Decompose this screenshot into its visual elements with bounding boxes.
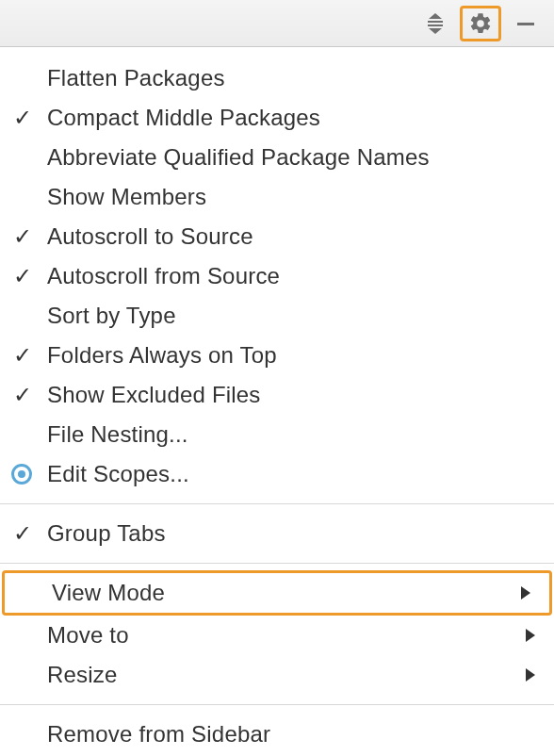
- gear-icon: [468, 11, 493, 36]
- menu-item-compact-middle-packages[interactable]: ✓ Compact Middle Packages: [0, 98, 554, 138]
- menu-item-label: Show Excluded Files: [47, 382, 537, 408]
- svg-marker-0: [429, 13, 442, 19]
- menu-item-label: Sort by Type: [47, 303, 537, 329]
- check-icon: ✓: [13, 263, 47, 289]
- radio-icon: [13, 464, 47, 485]
- menu-item-show-members[interactable]: Show Members: [0, 177, 554, 217]
- menu-item-label: File Nesting...: [47, 421, 537, 448]
- menu-item-resize[interactable]: Resize: [0, 655, 554, 695]
- menu-item-label: Resize: [47, 662, 514, 688]
- svg-marker-7: [526, 668, 535, 682]
- menu-item-show-excluded-files[interactable]: ✓ Show Excluded Files: [0, 375, 554, 415]
- minimize-icon: [514, 12, 537, 35]
- menu-item-abbreviate-qualified-package-names[interactable]: Abbreviate Qualified Package Names: [0, 138, 554, 177]
- menu-item-flatten-packages[interactable]: Flatten Packages: [0, 58, 554, 98]
- svg-rect-2: [428, 25, 443, 26]
- svg-marker-3: [429, 28, 442, 34]
- toolbar: [0, 0, 554, 47]
- hide-button[interactable]: [505, 6, 546, 41]
- check-icon: ✓: [13, 342, 47, 369]
- collapse-expand-button[interactable]: [415, 6, 456, 41]
- settings-button[interactable]: [460, 6, 501, 41]
- menu-item-label: Remove from Sidebar: [47, 721, 537, 748]
- menu-item-move-to[interactable]: Move to: [0, 616, 554, 655]
- menu-separator: [0, 704, 554, 705]
- menu-item-label: Autoscroll from Source: [47, 263, 537, 289]
- menu-separator: [0, 503, 554, 504]
- menu-item-label: Autoscroll to Source: [47, 223, 537, 250]
- menu-item-label: Abbreviate Qualified Package Names: [47, 144, 537, 171]
- menu-item-remove-from-sidebar[interactable]: Remove from Sidebar: [0, 715, 554, 754]
- submenu-arrow-icon: [510, 585, 532, 600]
- menu-item-label: Flatten Packages: [47, 65, 537, 91]
- menu-item-view-mode[interactable]: View Mode: [2, 570, 552, 616]
- menu-item-sort-by-type[interactable]: Sort by Type: [0, 296, 554, 336]
- check-icon: ✓: [13, 520, 47, 547]
- collapse-expand-icon: [425, 11, 446, 36]
- menu-separator: [0, 563, 554, 564]
- menu-item-label: View Mode: [52, 580, 510, 606]
- svg-marker-5: [521, 586, 530, 600]
- menu-item-folders-always-on-top[interactable]: ✓ Folders Always on Top: [0, 336, 554, 375]
- menu-item-label: Show Members: [47, 184, 537, 210]
- submenu-arrow-icon: [514, 667, 537, 682]
- settings-menu: Flatten Packages ✓ Compact Middle Packag…: [0, 47, 554, 756]
- menu-item-label: Compact Middle Packages: [47, 105, 537, 131]
- check-icon: ✓: [13, 105, 47, 131]
- submenu-arrow-icon: [514, 628, 537, 643]
- menu-item-label: Move to: [47, 622, 514, 649]
- check-icon: ✓: [13, 382, 47, 408]
- menu-item-label: Edit Scopes...: [47, 461, 537, 487]
- menu-item-file-nesting[interactable]: File Nesting...: [0, 415, 554, 454]
- menu-item-label: Folders Always on Top: [47, 342, 537, 369]
- svg-rect-1: [428, 21, 443, 23]
- menu-item-edit-scopes[interactable]: Edit Scopes...: [0, 454, 554, 494]
- svg-rect-4: [517, 23, 534, 25]
- check-icon: ✓: [13, 223, 47, 250]
- menu-item-autoscroll-to-source[interactable]: ✓ Autoscroll to Source: [0, 217, 554, 256]
- menu-item-autoscroll-from-source[interactable]: ✓ Autoscroll from Source: [0, 256, 554, 296]
- menu-item-label: Group Tabs: [47, 520, 537, 547]
- svg-marker-6: [526, 629, 535, 642]
- menu-item-group-tabs[interactable]: ✓ Group Tabs: [0, 514, 554, 553]
